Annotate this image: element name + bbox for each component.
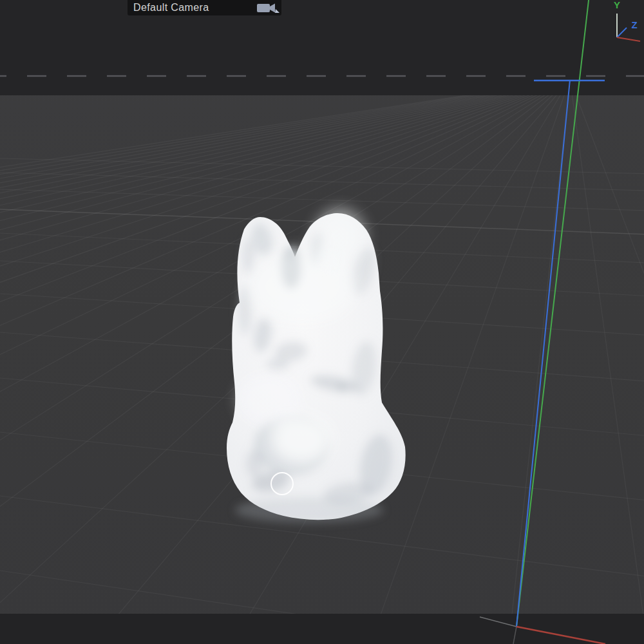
camera-name-text[interactable]: Default Camera [133, 2, 209, 13]
hud-camera-label[interactable]: Default Camera [128, 0, 281, 15]
viewport-3d[interactable]: Default Camera Y Z [0, 0, 644, 644]
gizmo-y-label: Y [614, 0, 620, 10]
frame-band-bottom [0, 614, 644, 644]
gizmo-z-label: Z [631, 19, 637, 30]
